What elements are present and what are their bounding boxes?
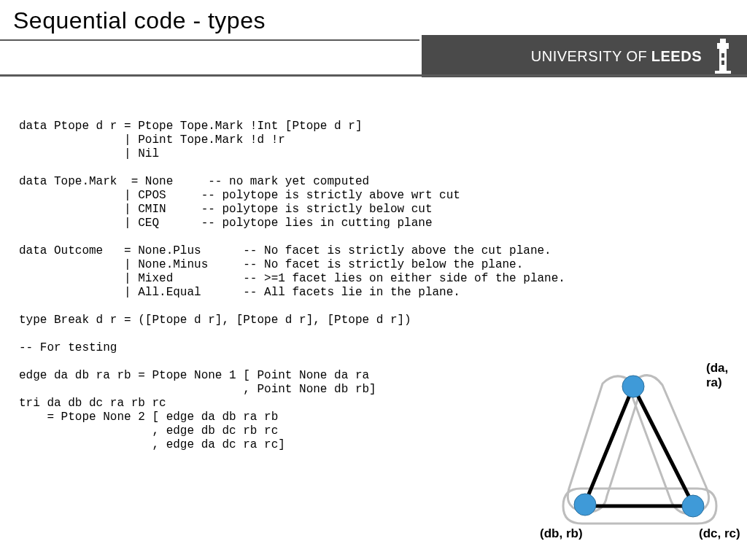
- svg-rect-2: [719, 49, 727, 71]
- svg-rect-4: [721, 53, 724, 58]
- tower-icon: [712, 39, 734, 74]
- svg-point-11: [682, 495, 704, 517]
- svg-rect-0: [717, 43, 729, 49]
- brand-line2: LEEDS: [651, 48, 702, 64]
- svg-rect-1: [720, 39, 726, 43]
- svg-rect-3: [715, 71, 731, 74]
- svg-rect-5: [721, 61, 724, 65]
- svg-line-7: [633, 386, 693, 505]
- code-block: data Ptope d r = Ptope Tope.Mark !Int [P…: [19, 120, 565, 452]
- brand-line1: UNIVERSITY OF: [531, 48, 648, 64]
- vertex-label-c: (dc, rc): [699, 526, 740, 541]
- slide-title: Sequential code - types: [13, 7, 266, 34]
- vertex-label-b: (db, rb): [540, 526, 583, 541]
- divider-top: [0, 39, 419, 41]
- svg-point-10: [574, 494, 596, 516]
- brand-bar: UNIVERSITY OF LEEDS: [422, 35, 747, 77]
- svg-point-9: [622, 376, 644, 397]
- vertex-label-a: (da, ra): [706, 361, 747, 390]
- brand-text: UNIVERSITY OF LEEDS: [531, 48, 702, 65]
- divider-bottom: [0, 74, 747, 77]
